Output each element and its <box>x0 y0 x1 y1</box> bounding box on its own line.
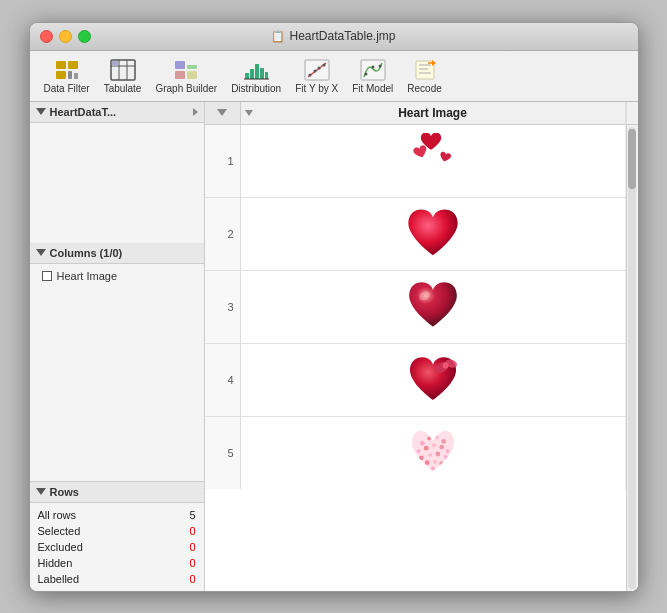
row-stat-all-rows-value: 5 <box>157 507 203 523</box>
corner-dropdown-icon <box>217 109 227 116</box>
svg-rect-3 <box>68 71 72 79</box>
fit-y-by-x-icon <box>303 58 331 82</box>
scroll-track <box>628 127 636 589</box>
rows-section-header[interactable]: Rows <box>30 482 204 503</box>
svg-point-41 <box>434 435 438 439</box>
scroll-thumb[interactable] <box>628 129 636 189</box>
svg-point-43 <box>416 449 420 453</box>
row-stat-excluded: Excluded 0 <box>30 539 204 555</box>
svg-point-40 <box>427 436 431 440</box>
table-section-header[interactable]: HeartDataT... <box>30 102 204 123</box>
fit-model-icon <box>359 58 387 82</box>
fit-model-button[interactable]: Fit Model <box>346 55 399 97</box>
svg-rect-18 <box>265 72 268 79</box>
svg-rect-15 <box>250 69 254 79</box>
table-row: 4 <box>205 344 626 417</box>
distribution-label: Distribution <box>231 83 281 94</box>
row-stat-all-rows-label: All rows <box>30 507 158 523</box>
row-number-3: 3 <box>205 271 241 343</box>
column-filter-icon <box>245 110 253 116</box>
svg-rect-1 <box>68 61 78 69</box>
sidebar-spacer <box>30 288 204 481</box>
data-cell-3 <box>241 271 626 343</box>
columns-section-header[interactable]: Columns (1/0) <box>30 243 204 264</box>
column-type-icon <box>42 271 52 281</box>
recode-button[interactable]: Recode <box>401 55 447 97</box>
svg-point-50 <box>435 451 440 456</box>
toolbar: Data Filter Tabulate <box>30 51 638 102</box>
svg-point-23 <box>313 69 316 72</box>
table-section-title: HeartDataT... <box>50 106 117 118</box>
columns-expand-icon <box>36 249 46 256</box>
rows-section-title: Rows <box>50 486 79 498</box>
heart-image-5 <box>403 423 463 483</box>
row-stat-selected-value: 0 <box>157 523 203 539</box>
title-bar: 📋 HeartDataTable.jmp <box>30 23 638 51</box>
graph-builder-button[interactable]: Graph Builder <box>149 55 223 97</box>
vertical-scrollbar[interactable] <box>626 125 638 591</box>
data-table-area: Heart Image 1 <box>205 102 638 591</box>
rows-section-body: All rows 5 Selected 0 Excluded 0 Hidde <box>30 503 204 591</box>
graph-builder-icon <box>172 58 200 82</box>
svg-point-25 <box>322 63 325 66</box>
svg-rect-4 <box>74 73 78 79</box>
graph-builder-label: Graph Builder <box>155 83 217 94</box>
svg-point-52 <box>424 460 429 465</box>
data-filter-button[interactable]: Data Filter <box>38 55 96 97</box>
data-rows-container[interactable]: 1 <box>205 125 626 591</box>
data-rows-wrapper: 1 <box>205 125 638 591</box>
tabulate-icon <box>109 58 137 82</box>
svg-rect-9 <box>112 61 118 66</box>
table-body-placeholder <box>30 123 204 243</box>
svg-rect-12 <box>175 71 185 79</box>
columns-section-title: Columns (1/0) <box>50 247 123 259</box>
distribution-button[interactable]: Distribution <box>225 55 287 97</box>
svg-point-53 <box>433 459 437 463</box>
table-expand-icon <box>36 108 46 115</box>
tabulate-label: Tabulate <box>104 83 142 94</box>
svg-point-29 <box>378 64 381 67</box>
rows-section: Rows All rows 5 Selected 0 Excluded <box>30 481 204 591</box>
fit-model-label: Fit Model <box>352 83 393 94</box>
svg-point-47 <box>445 449 449 453</box>
sidebar: HeartDataT... Columns (1/0) Heart Image <box>30 102 205 591</box>
svg-point-44 <box>423 445 428 450</box>
svg-point-27 <box>364 72 367 75</box>
main-window: 📋 HeartDataTable.jmp Data Filter <box>29 22 639 592</box>
data-cell-2 <box>241 198 626 270</box>
row-stat-excluded-value: 0 <box>157 539 203 555</box>
heart-image-3 <box>403 277 463 337</box>
svg-rect-0 <box>56 61 66 69</box>
table-corner <box>205 102 241 124</box>
data-filter-label: Data Filter <box>44 83 90 94</box>
svg-rect-17 <box>260 68 264 79</box>
row-stat-labelled-label: Labelled <box>30 571 158 587</box>
svg-point-51 <box>443 454 447 458</box>
svg-point-49 <box>428 453 432 457</box>
table-row: 3 <box>205 271 626 344</box>
row-number-5: 5 <box>205 417 241 489</box>
close-button[interactable] <box>40 30 53 43</box>
svg-point-39 <box>419 440 424 445</box>
table-row: 5 <box>205 417 626 489</box>
column-heart-image[interactable]: Heart Image <box>30 268 204 284</box>
tabulate-button[interactable]: Tabulate <box>98 55 148 97</box>
svg-rect-13 <box>187 71 197 79</box>
row-stat-selected: Selected 0 <box>30 523 204 539</box>
maximize-button[interactable] <box>78 30 91 43</box>
svg-point-28 <box>371 65 374 68</box>
fit-y-by-x-button[interactable]: Fit Y by X <box>289 55 344 97</box>
row-stat-labelled-value: 0 <box>157 571 203 587</box>
columns-section-body: Heart Image <box>30 264 204 288</box>
minimize-button[interactable] <box>59 30 72 43</box>
row-stat-excluded-label: Excluded <box>30 539 158 555</box>
svg-point-22 <box>308 73 311 76</box>
svg-rect-2 <box>56 71 66 79</box>
row-stat-selected-label: Selected <box>30 523 158 539</box>
fit-y-by-x-label: Fit Y by X <box>295 83 338 94</box>
heart-image-column-header[interactable]: Heart Image <box>241 102 626 124</box>
columns-section: Columns (1/0) Heart Image <box>30 243 204 288</box>
row-number-1: 1 <box>205 125 241 197</box>
header-scroll-spacer <box>626 102 638 124</box>
svg-point-55 <box>431 466 435 470</box>
